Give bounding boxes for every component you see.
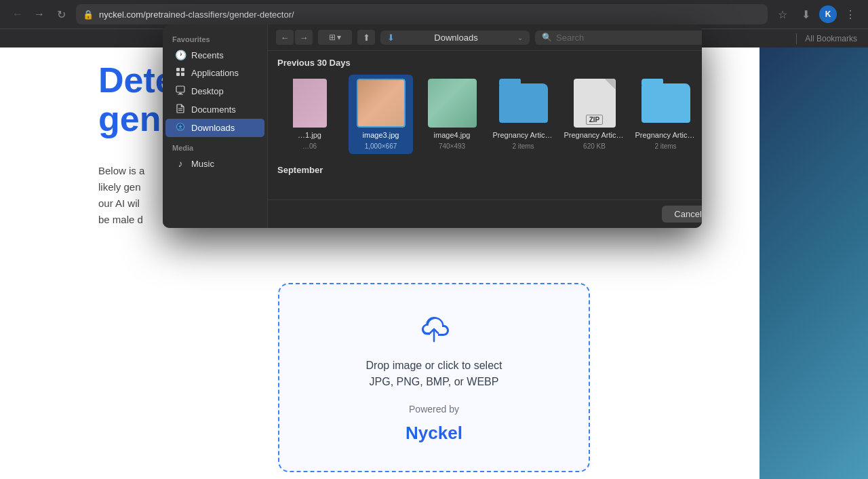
- page-subtext: Below is a likely gen our AI wil be male…: [98, 163, 144, 228]
- sidebar-image: [760, 47, 868, 479]
- sidebar-label-documents: Documents: [191, 104, 236, 115]
- file-thumb-image1: [285, 79, 334, 128]
- svg-rect-1: [181, 68, 184, 71]
- section-title-30days: Previous 30 Days: [277, 58, 351, 68]
- toolbar-navigation: ← →: [276, 30, 313, 45]
- file-meta-folder1: 2 items: [512, 142, 534, 150]
- file-item-image3[interactable]: image3.jpg 1,000×667: [349, 75, 413, 154]
- recents-icon: 🕐: [175, 50, 186, 60]
- sidebar-label-desktop: Desktop: [191, 86, 224, 96]
- file-thumb-image4: [428, 79, 477, 128]
- view-chevron-icon: ▾: [337, 33, 341, 42]
- svg-rect-2: [176, 73, 180, 76]
- file-item-zip1[interactable]: ZIP Pregnancy Article 1.zip 620 KB: [562, 75, 627, 154]
- location-dropdown[interactable]: ⬇ Downloads ⌄: [380, 31, 530, 45]
- sidebar-label-music: Music: [191, 159, 214, 169]
- folder2-icon: [642, 83, 690, 123]
- documents-icon: [175, 104, 186, 115]
- dialog-sidebar: Favourites 🕐 Recents Applications Deskto…: [163, 24, 268, 228]
- music-icon: ♪: [175, 158, 186, 169]
- share-button[interactable]: ⬆: [357, 30, 375, 45]
- bookmarks-separator: [796, 33, 797, 44]
- file-name-zip1: Pregnancy Article 1.zip: [564, 130, 625, 140]
- sidebar-item-recents[interactable]: 🕐 Recents: [165, 46, 264, 64]
- svg-rect-4: [176, 86, 184, 92]
- applications-icon: [175, 67, 186, 79]
- file-name-folder2: Pregnancy Article 2: [635, 130, 696, 140]
- toolbar-forward-button[interactable]: →: [295, 30, 313, 45]
- cancel-button[interactable]: Cancel: [662, 206, 702, 223]
- dialog-main-panel: ← → ⊞ ▾ ⬆ ⬇ Downloads ⌄ 🔍 Previous 30 Da…: [268, 24, 702, 228]
- svg-rect-6: [178, 94, 183, 95]
- menu-button[interactable]: ⋮: [841, 5, 860, 24]
- search-input[interactable]: [556, 33, 702, 43]
- refresh-button[interactable]: ↻: [52, 5, 71, 24]
- desktop-icon: [175, 85, 186, 97]
- sidebar-label-downloads: Downloads: [191, 123, 235, 133]
- zip1-icon: ZIP: [574, 79, 616, 128]
- back-button[interactable]: ←: [8, 5, 27, 24]
- location-folder-icon: ⬇: [387, 33, 395, 43]
- file-item-image4[interactable]: image4.jpg 740×493: [420, 75, 484, 154]
- section-title-september: September: [277, 165, 323, 175]
- file-meta-image4: 740×493: [439, 142, 465, 150]
- file-name-image1: …1.jpg: [298, 130, 321, 140]
- download-button[interactable]: ⬇: [796, 5, 815, 24]
- subtext-line2: likely gen: [98, 179, 144, 195]
- folder1-icon: [499, 83, 548, 123]
- search-icon: 🔍: [542, 33, 552, 42]
- file-dialog: Favourites 🕐 Recents Applications Deskto…: [163, 24, 702, 228]
- browser-actions: ☆ ⬇ K ⋮: [773, 5, 860, 24]
- bookmark-button[interactable]: ☆: [773, 5, 792, 24]
- file-name-image4: image4.jpg: [434, 130, 471, 140]
- zip-label: ZIP: [586, 115, 604, 125]
- upload-cloud-icon: [415, 311, 453, 349]
- image3-thumbnail: [357, 79, 406, 128]
- view-toggle-button[interactable]: ⊞ ▾: [318, 30, 352, 45]
- browser-navigation: ← → ↻: [8, 5, 71, 24]
- lock-icon: 🔒: [83, 9, 94, 20]
- upload-main-text: Drop image or click to select JPG, PNG, …: [366, 358, 502, 390]
- subtext-line1: Below is a: [98, 163, 144, 179]
- svg-rect-3: [181, 73, 184, 76]
- address-bar[interactable]: 🔒 nyckel.com/pretrained-classifiers/gend…: [76, 4, 768, 24]
- nyckel-brand: Nyckel: [406, 423, 462, 444]
- section-header-september: September Show All (8): [277, 165, 702, 175]
- bookmarks-label: All Bookmarks: [805, 34, 857, 43]
- toolbar-back-button[interactable]: ←: [276, 30, 294, 45]
- file-thumb-zip1: ZIP: [570, 79, 619, 128]
- location-chevron-icon: ⌄: [517, 34, 523, 41]
- downloads-icon: [175, 122, 186, 134]
- sidebar-item-downloads[interactable]: Downloads: [165, 119, 264, 137]
- location-label: Downloads: [434, 33, 477, 43]
- sidebar-item-applications[interactable]: Applications: [165, 64, 264, 82]
- file-item-folder1[interactable]: Pregnancy Article 1 2 items: [491, 75, 555, 154]
- subtext-line4: be male d: [98, 212, 144, 228]
- url-text: nyckel.com/pretrained-classifiers/gender…: [99, 9, 761, 20]
- svg-rect-0: [176, 68, 180, 71]
- section-header-30days: Previous 30 Days Show All (26): [277, 58, 702, 68]
- file-name-image3: image3.jpg: [363, 130, 399, 140]
- image4-thumbnail: [428, 79, 477, 128]
- sidebar-label-recents: Recents: [191, 50, 224, 60]
- dialog-toolbar: ← → ⊞ ▾ ⬆ ⬇ Downloads ⌄ 🔍: [268, 24, 702, 51]
- image1-thumbnail: [293, 79, 327, 128]
- file-meta-image1: …06: [302, 142, 317, 150]
- user-avatar[interactable]: K: [819, 5, 837, 23]
- search-box: 🔍: [535, 31, 702, 45]
- file-thumb-folder1: [499, 79, 548, 128]
- favourites-title: Favourites: [163, 33, 267, 46]
- file-meta-folder2: 2 items: [654, 142, 676, 150]
- sidebar-item-documents[interactable]: Documents: [165, 100, 264, 119]
- upload-area[interactable]: Drop image or click to select JPG, PNG, …: [278, 283, 590, 472]
- dialog-footer: Cancel Open: [268, 199, 702, 228]
- file-thumb-folder2: [642, 79, 690, 128]
- sidebar-item-music[interactable]: ♪ Music: [165, 155, 264, 172]
- file-item-image1[interactable]: …1.jpg …06: [277, 75, 342, 154]
- powered-by-text: Powered by: [409, 404, 459, 415]
- file-name-folder1: Pregnancy Article 1: [493, 130, 554, 140]
- file-thumb-image3: [357, 79, 406, 128]
- file-item-folder2[interactable]: Pregnancy Article 2 2 items: [633, 75, 698, 154]
- sidebar-item-desktop[interactable]: Desktop: [165, 82, 264, 100]
- forward-button[interactable]: →: [30, 5, 49, 24]
